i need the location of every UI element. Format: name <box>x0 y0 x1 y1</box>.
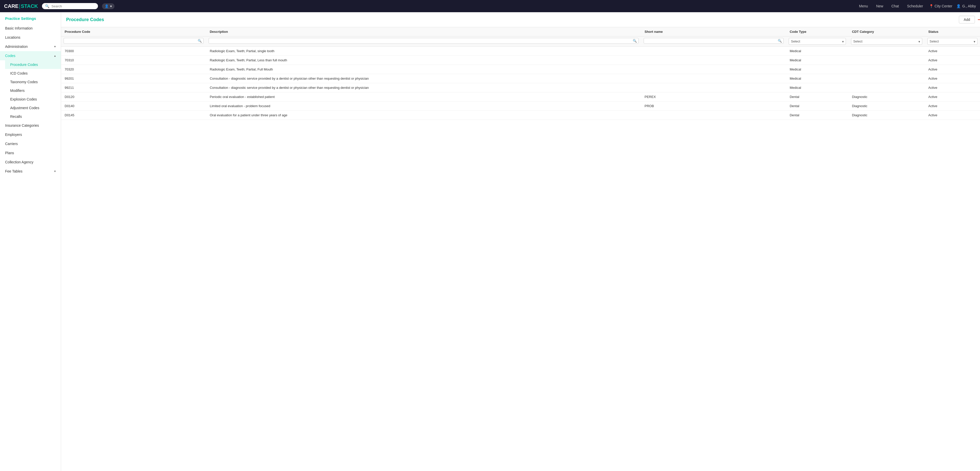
code-type-filter-select[interactable]: Select Medical Dental <box>789 38 846 45</box>
menu-link[interactable]: Menu <box>857 3 870 9</box>
cell-code-type: Dental <box>786 111 848 120</box>
sidebar-item-label: Basic Information <box>5 26 33 30</box>
cell-procedure-code: 99211 <box>61 83 206 92</box>
subitem-label: ICD Codes <box>10 71 27 75</box>
sidebar-item-fee-tables[interactable]: Fee Tables ▾ <box>0 167 61 176</box>
cell-cdt-category <box>848 46 925 56</box>
cell-procedure-code: D0120 <box>61 92 206 102</box>
cell-status: Active <box>925 56 980 65</box>
sidebar-item-carriers[interactable]: Carriers <box>0 139 61 148</box>
sidebar-item-label: Insurance Categories <box>5 123 39 127</box>
subitem-label: Explosion Codes <box>10 97 37 101</box>
cell-cdt-category: Diagnostic <box>848 92 925 102</box>
short-name-filter-input[interactable] <box>646 39 778 43</box>
status-filter-select[interactable]: Select Active Inactive <box>928 38 977 45</box>
cell-cdt-category <box>848 83 925 92</box>
cell-procedure-code: 70320 <box>61 65 206 74</box>
cell-code-type: Medical <box>786 46 848 56</box>
cell-description: Periodic oral evaluation - established p… <box>206 92 641 102</box>
cell-description: Radiologic Exam, Teeth; Partial, Full Mo… <box>206 65 641 74</box>
sidebar-subitem-adjustment-codes[interactable]: Adjustment Codes <box>5 103 61 112</box>
cell-short-name <box>641 83 786 92</box>
table-row[interactable]: D0120Periodic oral evaluation - establis… <box>61 92 980 102</box>
chat-link[interactable]: Chat <box>889 3 901 9</box>
filter-cell-description: 🔍 <box>206 37 641 46</box>
table-row[interactable]: 70310Radiologic Exam, Teeth; Partial, Le… <box>61 56 980 65</box>
table-body: 70300Radiologic Exam, Teeth; Partial, si… <box>61 46 980 120</box>
subitem-label: Modifiers <box>10 89 25 92</box>
table-row[interactable]: 99201Consultation - diagnostic service p… <box>61 74 980 83</box>
arrow-indicator: ➜ <box>977 16 980 23</box>
col-header-cdt-category: CDT Category <box>848 27 925 37</box>
sidebar-item-plans[interactable]: Plans <box>0 148 61 158</box>
procedure-code-filter-input-wrap[interactable]: 🔍 <box>64 38 204 44</box>
sidebar-item-label: Collection Agency <box>5 160 33 164</box>
sidebar-subitem-recalls[interactable]: Recalls <box>5 112 61 121</box>
sidebar-item-administration[interactable]: Administration ▾ <box>0 42 61 51</box>
subitem-label: Taxonomy Codes <box>10 80 38 84</box>
cell-procedure-code: 70310 <box>61 56 206 65</box>
cell-code-type: Medical <box>786 65 848 74</box>
sidebar-item-insurance-categories[interactable]: Insurance Categories <box>0 121 61 130</box>
cell-description: Consultation - diagnostic service provid… <box>206 83 641 92</box>
sidebar-subitem-procedure-codes[interactable]: Procedure Codes <box>5 60 61 69</box>
main-content: Procedure Codes Add ➜ Procedure Code Des… <box>61 12 980 471</box>
procedure-code-filter-input[interactable] <box>65 39 198 43</box>
user-role-selector[interactable]: 👤 ▾ <box>102 3 115 9</box>
table-row[interactable]: 70320Radiologic Exam, Teeth; Partial, Fu… <box>61 65 980 74</box>
filter-cell-code-type: Select Medical Dental <box>786 37 848 46</box>
col-header-description: Description <box>206 27 641 37</box>
cell-status: Active <box>925 65 980 74</box>
cell-cdt-category: Diagnostic <box>848 111 925 120</box>
table-header-row: Procedure Code Description Short name Co… <box>61 27 980 37</box>
sidebar-subitem-taxonomy-codes[interactable]: Taxonomy Codes <box>5 78 61 86</box>
search-icon: 🔍 <box>45 4 49 8</box>
cell-description: Limited oral evaluation - problem focuse… <box>206 102 641 111</box>
cell-description: Radiologic Exam, Teeth; Partial, Less th… <box>206 56 641 65</box>
cell-procedure-code: 99201 <box>61 74 206 83</box>
sidebar-subitem-modifiers[interactable]: Modifiers <box>5 86 61 95</box>
logo-stack: STACK <box>21 3 38 9</box>
procedure-codes-table: Procedure Code Description Short name Co… <box>61 27 980 120</box>
search-icon: 🔍 <box>633 39 637 43</box>
cell-status: Active <box>925 92 980 102</box>
table-row[interactable]: 70300Radiologic Exam, Teeth; Partial, si… <box>61 46 980 56</box>
cell-short-name <box>641 111 786 120</box>
sidebar-subitem-explosion-codes[interactable]: Explosion Codes <box>5 95 61 103</box>
cdt-category-filter-select[interactable]: Select Diagnostic <box>851 38 922 45</box>
sidebar-item-codes[interactable]: Codes ▴ <box>0 51 61 60</box>
location-pin-icon: 📍 <box>929 4 934 8</box>
search-icon: 🔍 <box>198 39 202 43</box>
cell-description: Consultation - diagnostic service provid… <box>206 74 641 83</box>
search-input[interactable] <box>51 4 84 8</box>
description-filter-input[interactable] <box>210 39 632 43</box>
sidebar-subitem-icd-codes[interactable]: ICD Codes <box>5 69 61 78</box>
logo-care: CARE <box>4 3 19 9</box>
col-header-status: Status <box>925 27 980 37</box>
logo[interactable]: CARE|STACK <box>4 3 38 9</box>
sidebar-item-label: Codes <box>5 54 15 58</box>
table-row[interactable]: D0145Oral evaluation for a patient under… <box>61 111 980 120</box>
search-bar[interactable]: 🔍 <box>42 3 98 9</box>
description-filter-input-wrap[interactable]: 🔍 <box>208 38 638 44</box>
user-menu[interactable]: 👤 G., Abby <box>956 4 976 8</box>
sidebar-item-employers[interactable]: Employers <box>0 130 61 139</box>
sidebar-item-basic-information[interactable]: Basic Information <box>0 24 61 33</box>
cell-short-name <box>641 46 786 56</box>
subitem-label: Adjustment Codes <box>10 106 39 110</box>
sidebar: Practice Settings Basic Information Loca… <box>0 12 61 471</box>
table-row[interactable]: 99211Consultation - diagnostic service p… <box>61 83 980 92</box>
sidebar-item-collection-agency[interactable]: Collection Agency <box>0 158 61 167</box>
filter-cell-short-name: 🔍 <box>641 37 786 46</box>
cell-cdt-category <box>848 65 925 74</box>
sidebar-item-locations[interactable]: Locations <box>0 33 61 42</box>
table-filter-row: 🔍 🔍 🔍 <box>61 37 980 46</box>
short-name-filter-input-wrap[interactable]: 🔍 <box>644 38 784 44</box>
scheduler-link[interactable]: Scheduler <box>905 3 925 9</box>
location-selector[interactable]: 📍 City Center <box>929 4 952 8</box>
add-button[interactable]: Add <box>959 16 975 24</box>
cell-short-name <box>641 65 786 74</box>
table-row[interactable]: D0140Limited oral evaluation - problem f… <box>61 102 980 111</box>
new-link[interactable]: New <box>874 3 885 9</box>
cell-procedure-code: D0140 <box>61 102 206 111</box>
